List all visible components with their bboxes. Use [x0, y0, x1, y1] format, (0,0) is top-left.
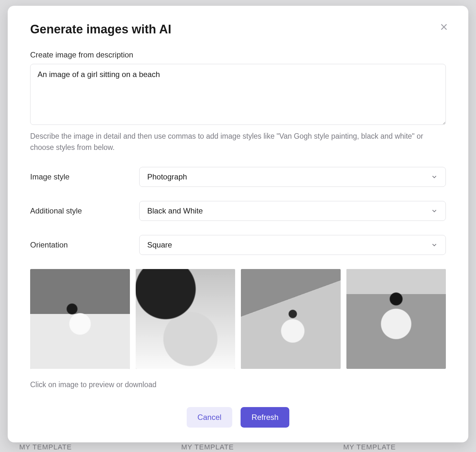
image-style-row: Image style Photograph — [30, 167, 446, 187]
orientation-label: Orientation — [30, 240, 139, 249]
modal-actions: Cancel Refresh — [30, 407, 446, 428]
additional-style-value: Black and White — [147, 206, 203, 215]
result-thumbnail[interactable] — [136, 269, 235, 369]
result-thumbnail[interactable] — [30, 269, 130, 369]
thumbnail-image — [136, 269, 235, 369]
orientation-value: Square — [147, 240, 172, 249]
bg-template-label: MY TEMPLATE — [181, 443, 234, 451]
bg-template-label: MY TEMPLATE — [343, 443, 396, 451]
image-style-select[interactable]: Photograph — [139, 167, 446, 187]
result-thumbnail[interactable] — [346, 269, 446, 369]
orientation-row: Orientation Square — [30, 235, 446, 255]
image-style-value: Photograph — [147, 172, 187, 181]
prompt-input[interactable] — [30, 64, 446, 125]
modal-title: Generate images with AI — [30, 22, 446, 36]
chevron-down-icon — [431, 173, 438, 180]
thumbnail-image — [241, 269, 341, 369]
close-button[interactable] — [438, 21, 450, 33]
prompt-help-text: Describe the image in detail and then us… — [30, 131, 446, 153]
refresh-button[interactable]: Refresh — [241, 407, 289, 428]
prompt-label: Create image from description — [30, 50, 446, 59]
additional-style-select[interactable]: Black and White — [139, 201, 446, 221]
close-icon — [439, 22, 448, 31]
ai-image-modal: Generate images with AI Create image fro… — [8, 6, 468, 442]
results-hint: Click on image to preview or download — [30, 380, 446, 389]
additional-style-row: Additional style Black and White — [30, 201, 446, 221]
chevron-down-icon — [431, 241, 438, 248]
thumbnail-image — [30, 269, 130, 369]
additional-style-label: Additional style — [30, 206, 139, 215]
image-style-label: Image style — [30, 172, 139, 181]
chevron-down-icon — [431, 207, 438, 214]
orientation-select[interactable]: Square — [139, 235, 446, 255]
thumbnail-image — [346, 269, 446, 369]
bg-template-label: MY TEMPLATE — [19, 443, 72, 451]
results-grid — [30, 269, 446, 369]
result-thumbnail[interactable] — [241, 269, 341, 369]
cancel-button[interactable]: Cancel — [187, 407, 233, 428]
